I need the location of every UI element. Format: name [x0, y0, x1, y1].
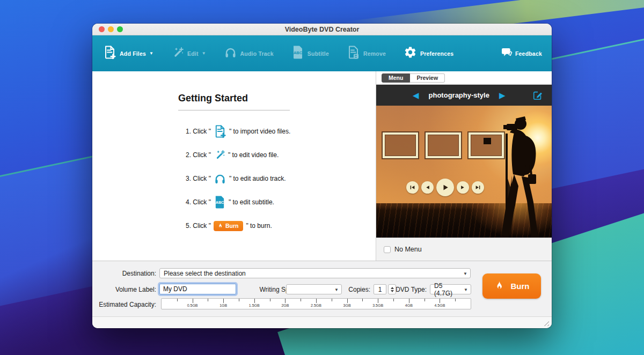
edit-label: Edit: [187, 50, 199, 57]
remove-icon: [347, 45, 360, 62]
step-audio: 3. Click " " to edit audio track.: [186, 167, 290, 190]
destination-select[interactable]: Please select the destination ▼: [159, 268, 471, 278]
toolbar: Add Files ▼ Edit ▼: [92, 35, 552, 71]
chevron-down-icon: ▼: [463, 271, 467, 276]
camera-overlap: [484, 138, 491, 144]
feedback-icon: [501, 47, 513, 60]
window-title: VideoByte DVD Creator: [285, 26, 360, 33]
minimize-window-button[interactable]: [108, 26, 114, 32]
audio-track-icon: [224, 46, 237, 61]
titlebar[interactable]: VideoByte DVD Creator: [92, 24, 552, 35]
audio-track-button[interactable]: Audio Track: [224, 46, 274, 61]
divider: [178, 110, 290, 110]
play-button[interactable]: [436, 179, 454, 196]
capacity-ruler: 0.5GB1GB1.5GB2GB2.5GB3GB3.5GB4GB4.5GB: [161, 298, 471, 309]
gear-icon: [404, 46, 417, 61]
subtitle-button[interactable]: ABC Subtitle: [291, 45, 329, 62]
add-files-button[interactable]: Add Files ▼: [103, 45, 153, 62]
capacity-tick-label: 4.5GB: [434, 304, 445, 307]
burn-button-label: Burn: [511, 282, 530, 291]
no-menu-row: No Menu: [376, 238, 552, 261]
step-text: 5. Click ": [186, 222, 211, 230]
capacity-tick-label: 3GB: [343, 304, 351, 307]
previous-template-icon[interactable]: ◀: [413, 91, 419, 99]
destination-value: Please select the destination: [164, 270, 246, 277]
capacity-tick-label: 4GB: [405, 304, 413, 307]
dvd-type-label: DVD Type:: [363, 286, 427, 293]
remove-label: Remove: [363, 50, 386, 57]
getting-started-title: Getting Started: [178, 93, 248, 104]
window-footer: [92, 316, 552, 328]
volume-label-input[interactable]: [159, 284, 236, 294]
flame-icon: [494, 280, 504, 292]
menu-template-preview[interactable]: [376, 106, 552, 238]
step-text: " to edit subtitle.: [229, 198, 274, 206]
destination-label: Destination:: [92, 270, 156, 277]
add-files-icon: [103, 45, 116, 62]
tab-menu[interactable]: Menu: [382, 73, 410, 83]
subtitle-label: Subtitle: [308, 50, 329, 57]
preview-tabbar: Menu Preview: [376, 71, 552, 85]
skip-end-button[interactable]: [472, 181, 484, 194]
no-menu-label: No Menu: [394, 246, 422, 253]
close-window-button[interactable]: [99, 26, 105, 32]
edit-wand-icon: [214, 149, 225, 161]
edit-template-icon[interactable]: [532, 90, 543, 101]
capacity-tick-label: 1GB: [219, 304, 227, 307]
chevron-down-icon: ▼: [202, 51, 206, 56]
next-template-icon[interactable]: ▶: [499, 91, 506, 99]
feedback-button[interactable]: Feedback: [501, 47, 542, 60]
resize-grip[interactable]: [542, 319, 549, 326]
step-text: 3. Click ": [186, 175, 211, 182]
audio-track-icon: [214, 173, 226, 185]
step-burn: 5. Click " Burn " to burn.: [186, 214, 290, 238]
preferences-button[interactable]: Preferences: [404, 46, 453, 61]
step-text: 4. Click ": [186, 198, 211, 206]
subtitle-icon: ABC: [214, 195, 226, 209]
menu-thumbnail-frames: [383, 132, 504, 158]
capacity-tick-label: 2GB: [281, 304, 289, 307]
mini-burn-label: Burn: [225, 223, 239, 229]
tab-preview[interactable]: Preview: [410, 73, 445, 83]
step-import: 1. Click " " to import video files.: [186, 120, 290, 143]
zoom-window-button[interactable]: [117, 26, 123, 32]
chevron-down-icon: ▼: [149, 51, 153, 56]
step-text: " to import video files.: [229, 128, 290, 135]
menu-playback-controls: [406, 179, 487, 196]
burn-settings-panel: Destination: Please select the destinati…: [92, 261, 552, 316]
dvd-type-select[interactable]: D5 (4.7G) ▼: [430, 284, 471, 294]
rewind-button[interactable]: [421, 181, 434, 194]
no-menu-checkbox[interactable]: [384, 246, 391, 253]
capacity-tick-label: 0.5GB: [187, 304, 198, 307]
step-text: 2. Click ": [186, 151, 211, 159]
volume-label-label: Volume Label:: [92, 286, 156, 293]
capacity-tick-label: 3.5GB: [372, 304, 383, 307]
chevron-down-icon: ▼: [464, 287, 468, 292]
template-carousel: ◀ photography-style ▶: [376, 85, 552, 106]
getting-started-steps: 1. Click " " to import video files. 2. C…: [186, 120, 290, 238]
thumbnail-frame-2[interactable]: [426, 132, 461, 158]
thumbnail-frame-1[interactable]: [383, 132, 418, 158]
add-files-label: Add Files: [120, 50, 146, 57]
burn-button[interactable]: Burn: [482, 273, 541, 299]
step-text: " to edit video file.: [228, 151, 279, 159]
step-text: " to burn.: [246, 222, 272, 230]
audio-track-label: Audio Track: [240, 50, 274, 57]
capacity-tick-label: 2.5GB: [311, 304, 321, 307]
step-text: " to edit audio track.: [229, 175, 286, 182]
skip-start-button[interactable]: [406, 181, 419, 194]
photographer-silhouette: [491, 111, 552, 238]
getting-started-panel: Getting Started 1. Click " " to import v…: [92, 71, 376, 261]
feedback-label: Feedback: [515, 50, 542, 57]
edit-button[interactable]: Edit ▼: [171, 46, 206, 61]
forward-button[interactable]: [457, 181, 469, 194]
app-window: VideoByte DVD Creator Add Files ▼: [92, 24, 552, 328]
dvd-type-value: D5 (4.7G): [434, 282, 461, 297]
edit-wand-icon: [171, 46, 184, 61]
estimated-capacity-label: Estimated Capacity:: [92, 301, 156, 308]
remove-button[interactable]: Remove: [347, 45, 386, 62]
step-text: 1. Click ": [186, 128, 211, 135]
add-files-icon: [214, 124, 226, 138]
burn-button-illustration: Burn: [214, 221, 244, 231]
template-name: photography-style: [429, 91, 489, 99]
